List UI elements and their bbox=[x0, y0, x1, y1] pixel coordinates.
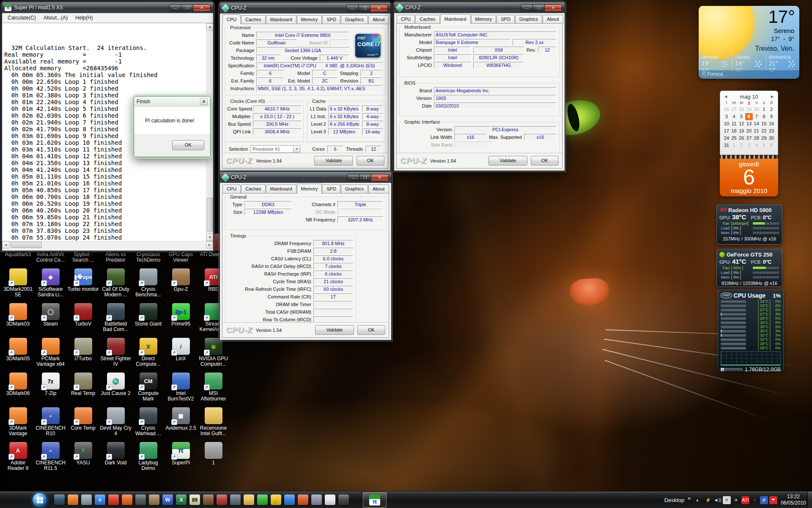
tab[interactable]: Mainboard bbox=[266, 185, 296, 193]
taskbar-app-icon[interactable] bbox=[244, 494, 254, 505]
taskbar-app-icon[interactable] bbox=[203, 494, 214, 505]
taskbar-app-icon[interactable] bbox=[217, 494, 227, 505]
calendar-day[interactable]: 7 bbox=[753, 113, 760, 120]
desktop-icon[interactable]: PCMark Vantage x64 bbox=[34, 338, 67, 373]
taskbar-app-icon[interactable] bbox=[284, 494, 295, 505]
calendar-day[interactable]: 3 bbox=[745, 142, 753, 149]
calendar-day[interactable]: 27 bbox=[730, 106, 738, 113]
tab[interactable]: Mainboard bbox=[440, 14, 471, 24]
desktop-icon[interactable]: ◉ NVIDIA GPU Computin... bbox=[197, 338, 230, 373]
tab[interactable]: Caches bbox=[241, 185, 265, 193]
calendar-day[interactable]: 6 bbox=[745, 113, 753, 120]
desktop-icon[interactable]: 3DMark06 bbox=[2, 373, 34, 407]
calendar-day[interactable]: 16 bbox=[768, 120, 775, 127]
taskbar-app-icon[interactable]: 99 bbox=[189, 494, 200, 505]
calendar-day[interactable]: 4 bbox=[730, 113, 738, 120]
desktop-icon[interactable]: Recensione Intel Gulft... bbox=[197, 407, 230, 442]
tray-icon[interactable]: ✈ bbox=[732, 496, 740, 504]
calendar-day[interactable]: 29 bbox=[745, 106, 753, 113]
cpuz-titlebar[interactable]: CPU-Z bbox=[220, 172, 391, 183]
calendar-day[interactable]: 4 bbox=[753, 142, 760, 149]
maximize-button[interactable] bbox=[181, 4, 193, 11]
calendar-day[interactable]: 9 bbox=[768, 113, 775, 120]
desktop-icon[interactable]: A Adobe Reader 9 bbox=[2, 442, 34, 477]
desktop-icon[interactable]: π SuperPi bbox=[165, 442, 197, 477]
desktop-icon[interactable]: CM Compute Mark bbox=[132, 373, 165, 407]
cpu-usage-gadget[interactable]: intel CPU Usage 1% [ 33°C ] 0% [ 33°C ] … bbox=[718, 290, 784, 371]
taskbar-app-icon[interactable] bbox=[257, 494, 268, 505]
calendar-day[interactable]: 13 bbox=[745, 120, 753, 127]
show-desktop-button[interactable] bbox=[807, 491, 812, 508]
desktop-icon[interactable]: 7z 7-Zip bbox=[34, 373, 67, 407]
tray-icon[interactable]: ✕ bbox=[723, 496, 731, 504]
close-button[interactable] bbox=[200, 98, 208, 105]
desktop-icon[interactable]: ◯ Steam bbox=[34, 303, 67, 338]
tray-icon[interactable]: ⚡ bbox=[760, 496, 768, 504]
desktop-icon[interactable]: 1 bbox=[197, 442, 230, 477]
desktop-icon[interactable]: X Direct Compute... bbox=[132, 338, 165, 373]
tab[interactable]: Memory bbox=[471, 15, 497, 24]
tab[interactable]: Mainboard bbox=[266, 15, 296, 24]
nvidia-gpu-gadget[interactable]: GeForce GTS 250 GPU: 41°C PCB: 0°C Fan: … bbox=[716, 249, 782, 287]
desktop-icon[interactable]: TurboV bbox=[67, 303, 99, 338]
calendar-day[interactable]: 26 bbox=[738, 135, 745, 142]
cpuz-titlebar[interactable]: CPU-Z bbox=[394, 2, 565, 13]
calendar-day[interactable]: 10 bbox=[723, 120, 730, 127]
maximize-button[interactable] bbox=[359, 174, 371, 181]
calendar-day[interactable]: 21 bbox=[753, 127, 760, 135]
calendar-day[interactable]: 26 bbox=[723, 106, 730, 113]
calendar-day[interactable]: 23 bbox=[768, 127, 775, 135]
scroll-left-icon[interactable]: ◄ bbox=[2, 241, 9, 248]
taskbar-app-icon[interactable] bbox=[68, 494, 78, 505]
finish-dialog-titlebar[interactable]: Finish bbox=[134, 97, 210, 107]
calendar-day[interactable]: 1 bbox=[730, 142, 738, 149]
close-button[interactable] bbox=[370, 5, 388, 12]
tab[interactable]: About bbox=[368, 185, 389, 193]
calendar-day[interactable]: 14 bbox=[753, 120, 760, 127]
calendar-day[interactable]: 5 bbox=[738, 113, 745, 120]
calendar-day[interactable]: 30 bbox=[753, 106, 760, 113]
tray-icon[interactable]: ◄)) bbox=[713, 496, 721, 504]
desktop-icon[interactable]: Real Temp bbox=[67, 373, 99, 407]
taskbar-app-icon[interactable] bbox=[135, 494, 146, 505]
calendar-day[interactable]: 19 bbox=[738, 127, 745, 135]
tab[interactable]: SPD bbox=[322, 185, 340, 193]
horizontal-scroll-thumb[interactable] bbox=[11, 242, 42, 248]
taskbar-app-icon[interactable]: X bbox=[176, 494, 187, 505]
desktop-icon[interactable]: Call Of Duty Modern ... bbox=[99, 268, 132, 303]
tab[interactable]: About bbox=[543, 15, 563, 24]
taskbar-app-icon[interactable]: e bbox=[95, 494, 105, 505]
desktop-icon[interactable]: ◆ SiSoftware Sandra Li... bbox=[34, 268, 67, 303]
calendar-day[interactable]: 22 bbox=[760, 127, 768, 135]
tab[interactable]: About bbox=[368, 15, 389, 24]
ok-button[interactable]: OK bbox=[357, 156, 384, 166]
taskbar-clock[interactable]: 13:22 06/05/2010 bbox=[781, 494, 806, 506]
ok-button[interactable]: OK bbox=[357, 325, 385, 335]
menu-item[interactable]: About...(A) bbox=[40, 14, 71, 22]
desktop-icon[interactable]: 3DMark03 bbox=[2, 303, 34, 338]
taskbar-app-icon[interactable] bbox=[108, 494, 119, 505]
weather-gadget[interactable]: 17° Sereno 17° - 9° Treviso, Ven. venerd… bbox=[699, 6, 799, 79]
desktop-icon[interactable]: ▮�ape Turbo monitor bbox=[67, 268, 99, 303]
tab[interactable]: SPD bbox=[497, 15, 515, 24]
minimize-button[interactable] bbox=[346, 5, 359, 12]
desktop-icon[interactable]: ● CINEBENCH R10 bbox=[34, 407, 67, 442]
tab[interactable]: CPU bbox=[397, 15, 415, 24]
taskbar-app-icon[interactable] bbox=[311, 494, 322, 505]
calendar-day[interactable]: 30 bbox=[768, 135, 775, 142]
desktop-icon[interactable]: 3DMark Vantage bbox=[2, 407, 34, 442]
calendar-day[interactable]: 2 bbox=[768, 106, 775, 113]
horizontal-scrollbar[interactable]: ◄ ► bbox=[2, 241, 213, 248]
processor-select[interactable]: Processor #1 bbox=[250, 145, 300, 153]
desktop-icon[interactable]: Street Fighter IV bbox=[99, 338, 132, 373]
calendar-day[interactable]: 12 bbox=[738, 120, 745, 127]
taskbar-app-icon[interactable] bbox=[122, 494, 132, 505]
taskbar-app-icon[interactable] bbox=[81, 494, 92, 505]
calendar-day[interactable]: 20 bbox=[745, 127, 753, 135]
minimize-button[interactable] bbox=[521, 4, 533, 11]
calendar-day[interactable]: 5 bbox=[760, 142, 768, 149]
tab[interactable]: SPD bbox=[322, 15, 340, 24]
desktop-icon[interactable]: Intel BurnTestV2 bbox=[165, 373, 197, 407]
validate-button[interactable]: Validate bbox=[315, 325, 354, 335]
desktop-icon[interactable]: 3DMark2001 SE bbox=[2, 268, 34, 303]
